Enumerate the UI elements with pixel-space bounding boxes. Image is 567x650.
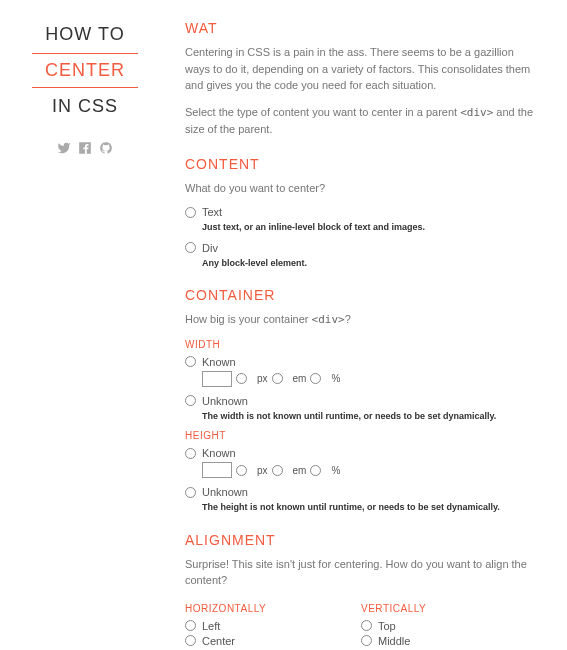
twitter-icon[interactable] <box>57 141 71 158</box>
width-value-row: px em % <box>202 371 537 387</box>
radio-icon <box>185 242 196 253</box>
content-question: What do you want to center? <box>185 180 537 197</box>
radio-icon[interactable] <box>272 373 283 384</box>
main-content: WAT Centering in CSS is a pain in the as… <box>150 20 537 650</box>
radio-icon <box>361 620 372 631</box>
vert-subhead: VERTICALLY <box>361 603 537 614</box>
hint-div: Any block-level element. <box>202 257 537 270</box>
radio-content-div[interactable]: Div <box>185 242 537 254</box>
radio-icon <box>185 395 196 406</box>
radio-icon <box>185 207 196 218</box>
radio-width-unknown[interactable]: Unknown <box>185 395 537 407</box>
wat-p1: Centering in CSS is a pain in the ass. T… <box>185 44 537 94</box>
col-horizontal: HORIZONTALLY Left Center Right <box>185 599 361 650</box>
logo-line-1: HOW TO <box>20 20 150 49</box>
wat-p2: Select the type of content you want to c… <box>185 104 537 138</box>
section-alignment: ALIGNMENT Surprise! This site isn't just… <box>185 532 537 650</box>
alignment-heading: ALIGNMENT <box>185 532 537 548</box>
section-wat: WAT Centering in CSS is a pain in the as… <box>185 20 537 138</box>
radio-top[interactable]: Top <box>361 620 537 632</box>
radio-icon <box>361 635 372 646</box>
container-question: How big is your container <div>? <box>185 311 537 329</box>
horiz-subhead: HORIZONTALLY <box>185 603 361 614</box>
width-input[interactable] <box>202 371 232 387</box>
radio-center[interactable]: Center <box>185 635 361 647</box>
radio-middle[interactable]: Middle <box>361 635 537 647</box>
logo-line-2: CENTER <box>32 53 138 88</box>
height-input[interactable] <box>202 462 232 478</box>
radio-content-text[interactable]: Text <box>185 206 537 218</box>
radio-icon[interactable] <box>236 373 247 384</box>
facebook-icon[interactable] <box>78 141 92 158</box>
inline-code: <div> <box>460 106 493 119</box>
radio-icon <box>185 356 196 367</box>
github-icon[interactable] <box>99 141 113 158</box>
radio-icon <box>185 635 196 646</box>
height-value-row: px em % <box>202 462 537 478</box>
radio-icon[interactable] <box>236 465 247 476</box>
radio-icon[interactable] <box>310 465 321 476</box>
logo: HOW TO CENTER IN CSS <box>20 20 150 121</box>
radio-left[interactable]: Left <box>185 620 361 632</box>
radio-icon <box>185 448 196 459</box>
radio-height-unknown[interactable]: Unknown <box>185 486 537 498</box>
sidebar: HOW TO CENTER IN CSS <box>20 20 150 650</box>
radio-icon <box>185 487 196 498</box>
height-subhead: HEIGHT <box>185 430 537 441</box>
hint-height-unknown: The height is not known until runtime, o… <box>202 501 537 514</box>
content-heading: CONTENT <box>185 156 537 172</box>
width-subhead: WIDTH <box>185 339 537 350</box>
radio-icon[interactable] <box>310 373 321 384</box>
social-links <box>20 141 150 158</box>
section-container: CONTAINER How big is your container <div… <box>185 287 537 514</box>
hint-text: Just text, or an inline-level block of t… <box>202 221 537 234</box>
radio-width-known[interactable]: Known <box>185 356 537 368</box>
logo-line-3: IN CSS <box>20 92 150 121</box>
col-vertical: VERTICALLY Top Middle Bottom <box>361 599 537 650</box>
container-heading: CONTAINER <box>185 287 537 303</box>
hint-width-unknown: The width is not known until runtime, or… <box>202 410 537 423</box>
radio-icon <box>185 620 196 631</box>
radio-icon[interactable] <box>272 465 283 476</box>
inline-code: <div> <box>312 313 345 326</box>
radio-height-known[interactable]: Known <box>185 447 537 459</box>
wat-heading: WAT <box>185 20 537 36</box>
section-content: CONTENT What do you want to center? Text… <box>185 156 537 270</box>
alignment-question: Surprise! This site isn't just for cente… <box>185 556 537 589</box>
